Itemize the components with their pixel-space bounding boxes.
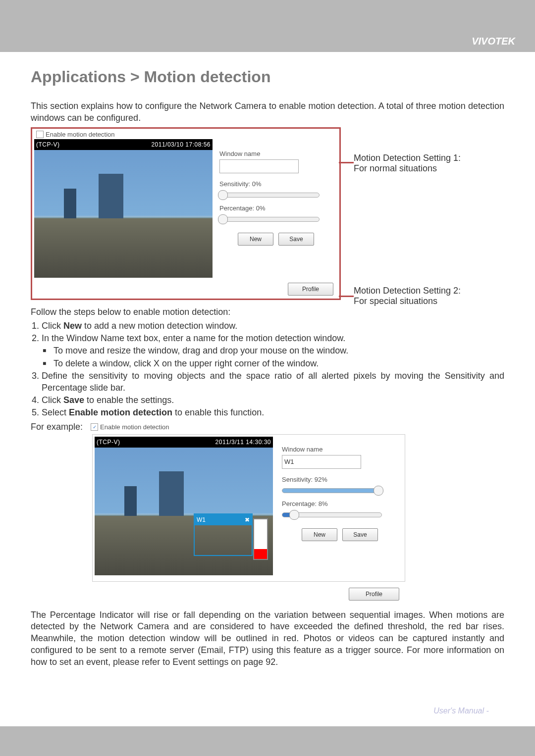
camera-label-2: (TCP-V): [97, 439, 120, 446]
sensitivity-label-1: Sensitivity: 0%: [219, 180, 332, 188]
step-1: Click New to add a new motion detection …: [42, 320, 504, 332]
sensitivity-label-2: Sensitivity: 92%: [282, 476, 398, 483]
window-name-label-2: Window name: [282, 446, 398, 453]
camera-label-1: (TCP-V): [36, 141, 60, 148]
leader-line-1: [339, 162, 354, 163]
window-name-label-1: Window name: [219, 150, 332, 157]
explanation-paragraph: The Percentage Indicator will rise or fa…: [31, 609, 504, 668]
step-2-sub-1: To move and resize the window, drag and …: [54, 345, 504, 356]
save-button-2[interactable]: Save: [342, 528, 378, 541]
annotation-setting1-line2: For normal situations: [354, 163, 461, 174]
motion-window-title: W1: [197, 516, 206, 523]
footer-label: User's Manual -: [433, 706, 491, 715]
step-2-sub-2: To delete a window, click X on the upper…: [54, 358, 504, 369]
profile-button-1[interactable]: Profile: [288, 283, 333, 296]
motion-window-w1[interactable]: W1 ✖: [194, 513, 253, 556]
camera-timestamp-2: 2011/3/11 14:30:30: [215, 439, 271, 446]
percentage-slider-1[interactable]: [219, 217, 320, 222]
window-name-input-1[interactable]: [219, 159, 299, 173]
sensitivity-slider-1[interactable]: [219, 193, 320, 198]
step-5: Select Enable motion detection to enable…: [42, 407, 504, 418]
new-button-1[interactable]: New: [238, 233, 273, 246]
profile-button-2[interactable]: Profile: [349, 588, 399, 601]
motion-window-close-icon[interactable]: ✖: [245, 516, 250, 523]
for-example-label: For example:: [31, 422, 83, 432]
annotation-setting2-line2: For special situations: [354, 296, 461, 307]
step-3: Define the sensitivity to moving objects…: [42, 370, 504, 394]
enable-motion-checkbox-example[interactable]: ✓: [91, 423, 98, 431]
step-2: In the Window Name text box, enter a nam…: [42, 333, 504, 369]
sensitivity-slider-2[interactable]: [282, 488, 382, 493]
percentage-label-1: Percentage: 0%: [219, 204, 332, 212]
new-button-2[interactable]: New: [302, 528, 337, 541]
window-name-input-2[interactable]: [282, 455, 361, 469]
percentage-label-2: Percentage: 8%: [282, 500, 398, 507]
enable-motion-label-1: Enable motion detection: [46, 131, 114, 138]
footer: User's Manual - 105: [433, 706, 504, 715]
percentage-indicator: [253, 518, 268, 560]
page-number: 105: [491, 706, 504, 715]
intro-text: This section explains how to configure t…: [31, 100, 504, 124]
save-button-1[interactable]: Save: [278, 233, 314, 246]
leader-line-2: [339, 296, 354, 297]
camera-preview-2[interactable]: (TCP-V) 2011/3/11 14:30:30 W1 ✖: [95, 437, 273, 575]
enable-motion-checkbox-1[interactable]: [36, 131, 44, 138]
page-title: Applications > Motion detection: [31, 68, 504, 86]
camera-timestamp-1: 2011/03/10 17:08:56: [151, 141, 211, 148]
annotation-setting2-line1: Motion Detection Setting 2:: [354, 286, 461, 297]
brand-label: VIVOTEK: [472, 36, 515, 47]
steps-list: Click New to add a new motion detection …: [31, 320, 504, 419]
camera-preview-1[interactable]: (TCP-V) 2011/03/10 17:08:56: [34, 139, 213, 278]
enable-motion-label-example: Enable motion detection: [100, 423, 169, 431]
step-4: Click Save to enable the settings.: [42, 395, 504, 406]
follow-steps-label: Follow the steps below to enable motion …: [31, 307, 504, 317]
percentage-slider-2[interactable]: [282, 512, 382, 517]
header: VIVOTEK: [0, 0, 535, 52]
motion-detection-panel-1: Enable motion detection (TCP-V) 2011/03/…: [31, 127, 341, 300]
annotation-setting1-line1: Motion Detection Setting 1:: [354, 153, 461, 164]
